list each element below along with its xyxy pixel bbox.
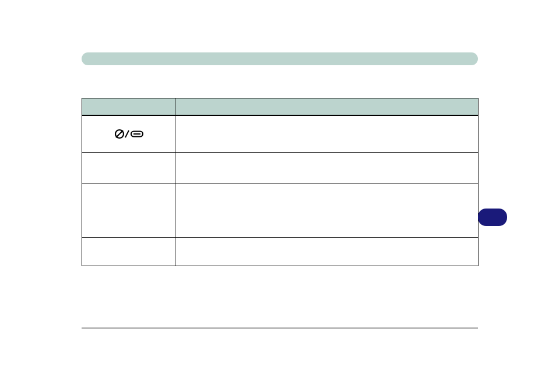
- table-cell-left: [82, 153, 175, 183]
- section-header-bar: [82, 52, 478, 65]
- table-cell-right: [175, 153, 478, 183]
- table-header-cell-right: [175, 98, 478, 116]
- table-row: [82, 238, 478, 266]
- table-row: [82, 115, 478, 153]
- table-cell-left: [82, 115, 175, 153]
- table-cell-right: [175, 115, 478, 153]
- table-row: [82, 153, 478, 183]
- slashed-zero-and-rounded-rect-icon: [114, 129, 144, 139]
- table-header-cell-left: [82, 98, 175, 116]
- side-tab[interactable]: [478, 209, 507, 226]
- table-cell-right: [175, 183, 478, 238]
- table-cell-right: [175, 238, 478, 266]
- svg-line-2: [125, 130, 129, 137]
- row-icon-wrap: [82, 116, 175, 152]
- content-table: [82, 98, 478, 266]
- footer-divider: [82, 327, 478, 329]
- table-header-row: [82, 98, 478, 116]
- table-row: [82, 183, 478, 238]
- table-cell-left: [82, 238, 175, 266]
- table-cell-left: [82, 183, 175, 238]
